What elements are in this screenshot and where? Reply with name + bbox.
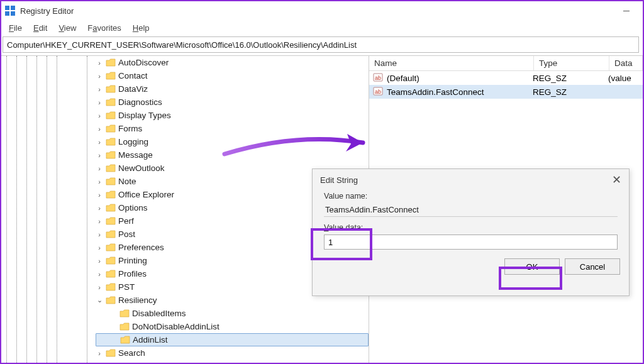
tree-item[interactable]: DoNotDisableAddinList	[96, 320, 369, 333]
list-header: Name Type Data	[369, 56, 643, 71]
tree-item[interactable]: ›Message	[96, 148, 369, 162]
chevron-right-icon[interactable]: ›	[96, 138, 103, 146]
tree-item-label: AddinList	[133, 335, 168, 345]
menu-edit[interactable]: Edit	[28, 22, 52, 34]
column-header-type[interactable]: Type	[534, 56, 609, 70]
folder-icon	[106, 349, 116, 358]
chevron-down-icon[interactable]: ⌄	[96, 296, 103, 304]
dialog-titlebar: Edit String ✕	[313, 169, 629, 190]
column-header-name[interactable]: Name	[369, 56, 534, 70]
folder-icon	[106, 296, 116, 305]
folder-icon	[106, 72, 116, 80]
folder-icon	[106, 217, 116, 226]
tree-item[interactable]: ›AutoDiscover	[96, 56, 369, 69]
minimize-button[interactable]: ─	[614, 6, 639, 16]
window-title: Registry Editor	[20, 6, 74, 16]
value-name-label: Value name:	[324, 192, 618, 201]
tree-item[interactable]: ›Forms	[96, 122, 369, 135]
folder-icon	[120, 336, 130, 345]
menu-file[interactable]: File	[4, 22, 27, 34]
list-cell-name: TeamsAddin.FastConnect	[387, 87, 533, 97]
chevron-right-icon[interactable]: ›	[96, 204, 103, 212]
address-text: Computer\HKEY_CURRENT_USER\Software\Micr…	[7, 40, 357, 50]
value-data-input[interactable]	[324, 234, 618, 250]
value-data-label: Value data:	[324, 223, 618, 232]
folder-icon	[106, 243, 116, 252]
folder-icon	[106, 124, 116, 133]
tree-item-label: Preferences	[118, 243, 164, 252]
tree-item-label: Printing	[118, 256, 147, 265]
folder-icon	[106, 85, 116, 94]
chevron-right-icon[interactable]: ›	[96, 284, 103, 291]
folder-icon	[106, 270, 116, 279]
chevron-right-icon[interactable]: ›	[96, 99, 103, 106]
folder-icon	[106, 190, 116, 199]
tree-item-label: Search	[118, 348, 145, 358]
list-row[interactable]: ab(Default)REG_SZ(value	[369, 71, 643, 85]
folder-icon	[106, 138, 116, 146]
chevron-right-icon[interactable]: ›	[96, 59, 103, 67]
tree-item-label: DisabledItems	[132, 309, 186, 318]
folder-icon	[106, 230, 116, 239]
folder-icon	[106, 283, 116, 292]
svg-text:ab: ab	[375, 89, 381, 95]
close-icon[interactable]: ✕	[612, 173, 621, 187]
tree-item[interactable]: ›Logging	[96, 135, 369, 148]
chevron-right-icon[interactable]: ›	[96, 85, 103, 93]
chevron-right-icon[interactable]: ›	[96, 112, 103, 119]
tree-item[interactable]: ›Display Types	[96, 109, 369, 122]
chevron-right-icon[interactable]: ›	[96, 231, 103, 238]
tree-item-label: NewOutlook	[118, 163, 165, 173]
menubar: File Edit View Favorites Help	[1, 20, 643, 35]
tree-item[interactable]: ›Search	[96, 346, 369, 360]
tree-item-label: Logging	[118, 137, 148, 146]
list-row[interactable]: abTeamsAddin.FastConnectREG_SZ	[369, 85, 643, 99]
tree-item[interactable]: ›Contact	[96, 69, 369, 82]
menu-help[interactable]: Help	[128, 22, 155, 34]
chevron-right-icon[interactable]: ›	[96, 72, 103, 80]
tree-item[interactable]: DisabledItems	[96, 307, 369, 320]
tree-item[interactable]: AddinList	[96, 333, 369, 346]
list-cell-name: (Default)	[387, 74, 533, 83]
tree-item[interactable]: ›Diagnostics	[96, 96, 369, 109]
folder-icon	[106, 111, 116, 120]
ok-button[interactable]: OK	[504, 258, 560, 275]
chevron-right-icon[interactable]: ›	[96, 178, 103, 185]
folder-icon	[106, 256, 116, 265]
menu-view[interactable]: View	[53, 22, 81, 34]
chevron-right-icon[interactable]: ›	[96, 270, 103, 278]
chevron-right-icon[interactable]: ›	[96, 257, 103, 265]
folder-icon	[106, 58, 116, 67]
value-name-field: TeamsAddin.FastConnect	[324, 203, 618, 217]
tree-item[interactable]: ›DataViz	[96, 82, 369, 96]
column-header-data[interactable]: Data	[609, 56, 643, 70]
chevron-right-icon[interactable]: ›	[96, 152, 103, 159]
string-value-icon: ab	[373, 86, 384, 98]
cancel-button[interactable]: Cancel	[565, 258, 620, 275]
svg-rect-3	[11, 11, 15, 16]
chevron-right-icon[interactable]: ›	[96, 125, 103, 133]
tree-item-label: AutoDiscover	[118, 58, 169, 67]
titlebar: Registry Editor ─	[1, 1, 643, 20]
tree-item-label: Office Explorer	[118, 190, 174, 199]
menu-favorites[interactable]: Favorites	[82, 22, 126, 34]
chevron-right-icon[interactable]: ›	[96, 165, 103, 172]
chevron-right-icon[interactable]: ›	[96, 350, 103, 357]
address-bar[interactable]: Computer\HKEY_CURRENT_USER\Software\Micr…	[3, 36, 639, 53]
tree-item-label: Note	[118, 177, 136, 186]
svg-text:ab: ab	[375, 75, 381, 81]
tree-item-label: Contact	[118, 71, 148, 80]
list-cell-type: REG_SZ	[533, 87, 608, 97]
tree-item-label: DataViz	[118, 84, 148, 94]
tree-item-label: Options	[118, 203, 148, 212]
tree-item-label: DoNotDisableAddinList	[132, 322, 219, 331]
folder-icon	[119, 309, 130, 318]
chevron-right-icon[interactable]: ›	[96, 191, 103, 199]
chevron-right-icon[interactable]: ›	[96, 218, 103, 225]
tree-item-label: Diagnostics	[118, 97, 162, 107]
chevron-right-icon[interactable]: ›	[96, 244, 103, 251]
list-cell-type: REG_SZ	[533, 74, 608, 83]
tree-gutters	[1, 56, 102, 363]
string-value-icon: ab	[373, 72, 384, 84]
svg-rect-0	[5, 6, 9, 10]
